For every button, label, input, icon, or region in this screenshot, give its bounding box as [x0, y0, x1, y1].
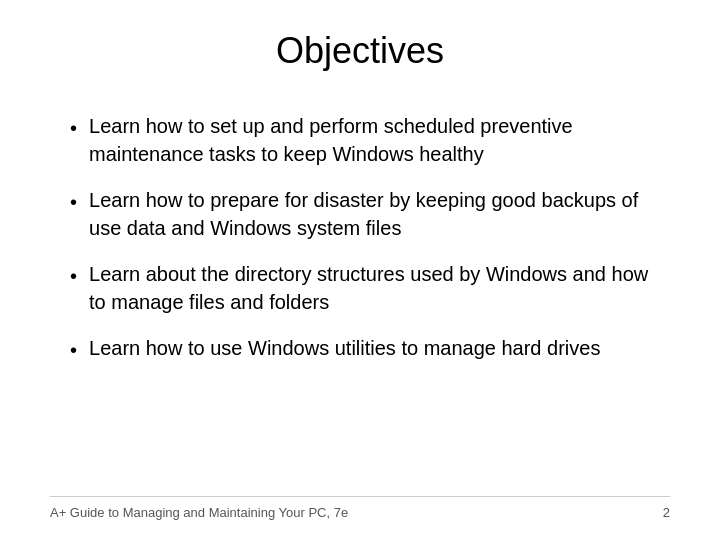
list-item: • Learn how to use Windows utilities to …: [70, 334, 670, 364]
bullet-icon: •: [70, 262, 77, 290]
list-item-text: Learn about the directory structures use…: [89, 260, 670, 316]
bullet-icon: •: [70, 188, 77, 216]
objectives-list: • Learn how to set up and perform schedu…: [70, 112, 670, 496]
slide-footer: A+ Guide to Managing and Maintaining You…: [50, 496, 670, 520]
list-item: • Learn how to set up and perform schedu…: [70, 112, 670, 168]
list-item-text: Learn how to prepare for disaster by kee…: [89, 186, 670, 242]
slide-title: Objectives: [50, 30, 670, 82]
bullet-icon: •: [70, 114, 77, 142]
slide-container: Objectives • Learn how to set up and per…: [0, 0, 720, 540]
list-item-text: Learn how to set up and perform schedule…: [89, 112, 670, 168]
footer-left: A+ Guide to Managing and Maintaining You…: [50, 505, 348, 520]
list-item: • Learn how to prepare for disaster by k…: [70, 186, 670, 242]
list-item: • Learn about the directory structures u…: [70, 260, 670, 316]
list-item-text: Learn how to use Windows utilities to ma…: [89, 334, 600, 362]
bullet-icon: •: [70, 336, 77, 364]
footer-right: 2: [663, 505, 670, 520]
